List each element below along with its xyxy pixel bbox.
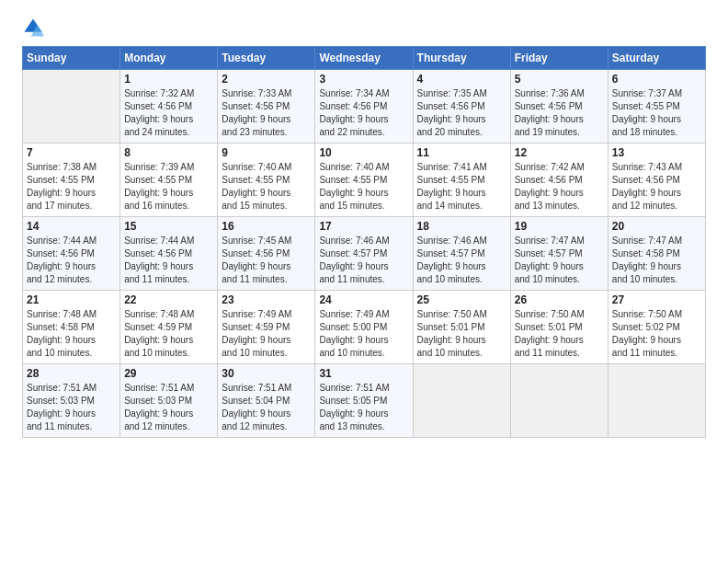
- week-row: 7Sunrise: 7:38 AM Sunset: 4:55 PM Daylig…: [23, 144, 706, 217]
- weekday-header: Friday: [510, 47, 608, 70]
- day-number: 17: [319, 220, 408, 233]
- logo-icon: [22, 17, 44, 39]
- day-info: Sunrise: 7:51 AM Sunset: 5:05 PM Dayligh…: [319, 382, 408, 433]
- weekday-header: Tuesday: [218, 47, 315, 70]
- calendar-cell: 19Sunrise: 7:47 AM Sunset: 4:57 PM Dayli…: [510, 217, 608, 291]
- calendar-cell: 16Sunrise: 7:45 AM Sunset: 4:56 PM Dayli…: [218, 217, 315, 291]
- calendar-cell: 10Sunrise: 7:40 AM Sunset: 4:55 PM Dayli…: [315, 144, 413, 217]
- calendar-cell: 9Sunrise: 7:40 AM Sunset: 4:55 PM Daylig…: [218, 144, 315, 217]
- day-number: 8: [124, 146, 213, 159]
- day-number: 7: [27, 146, 116, 159]
- day-info: Sunrise: 7:46 AM Sunset: 4:57 PM Dayligh…: [417, 235, 506, 286]
- calendar-cell: 29Sunrise: 7:51 AM Sunset: 5:03 PM Dayli…: [120, 364, 218, 438]
- calendar-cell: 8Sunrise: 7:39 AM Sunset: 4:55 PM Daylig…: [120, 144, 218, 217]
- calendar-cell: 14Sunrise: 7:44 AM Sunset: 4:56 PM Dayli…: [23, 217, 120, 291]
- day-info: Sunrise: 7:49 AM Sunset: 4:59 PM Dayligh…: [222, 308, 311, 360]
- day-info: Sunrise: 7:51 AM Sunset: 5:03 PM Dayligh…: [27, 382, 116, 433]
- calendar-cell: 5Sunrise: 7:36 AM Sunset: 4:56 PM Daylig…: [510, 70, 608, 144]
- weekday-header: Sunday: [23, 47, 120, 70]
- day-info: Sunrise: 7:40 AM Sunset: 4:55 PM Dayligh…: [222, 161, 311, 213]
- day-info: Sunrise: 7:45 AM Sunset: 4:56 PM Dayligh…: [222, 235, 311, 286]
- calendar-cell: 3Sunrise: 7:34 AM Sunset: 4:56 PM Daylig…: [315, 70, 413, 144]
- calendar-cell: 4Sunrise: 7:35 AM Sunset: 4:56 PM Daylig…: [413, 70, 510, 144]
- calendar-cell: 13Sunrise: 7:43 AM Sunset: 4:56 PM Dayli…: [608, 144, 705, 217]
- calendar-cell: 6Sunrise: 7:37 AM Sunset: 4:55 PM Daylig…: [608, 70, 705, 144]
- day-info: Sunrise: 7:44 AM Sunset: 4:56 PM Dayligh…: [124, 235, 213, 286]
- day-number: 23: [222, 293, 311, 306]
- day-info: Sunrise: 7:48 AM Sunset: 4:58 PM Dayligh…: [27, 308, 116, 360]
- calendar-cell: [413, 364, 510, 438]
- day-number: 15: [124, 220, 213, 233]
- calendar-cell: 31Sunrise: 7:51 AM Sunset: 5:05 PM Dayli…: [315, 364, 413, 438]
- day-number: 27: [612, 293, 701, 306]
- calendar-cell: 26Sunrise: 7:50 AM Sunset: 5:01 PM Dayli…: [510, 291, 608, 364]
- week-row: 28Sunrise: 7:51 AM Sunset: 5:03 PM Dayli…: [23, 364, 706, 438]
- day-info: Sunrise: 7:35 AM Sunset: 4:56 PM Dayligh…: [417, 87, 506, 139]
- calendar-cell: 7Sunrise: 7:38 AM Sunset: 4:55 PM Daylig…: [23, 144, 120, 217]
- calendar-cell: [510, 364, 608, 438]
- page: SundayMondayTuesdayWednesdayThursdayFrid…: [0, 0, 728, 563]
- day-info: Sunrise: 7:40 AM Sunset: 4:55 PM Dayligh…: [319, 161, 408, 213]
- day-info: Sunrise: 7:37 AM Sunset: 4:55 PM Dayligh…: [612, 87, 701, 139]
- calendar-cell: [23, 70, 120, 144]
- header: [22, 17, 706, 39]
- day-number: 18: [417, 220, 506, 233]
- day-info: Sunrise: 7:48 AM Sunset: 4:59 PM Dayligh…: [124, 308, 213, 360]
- day-info: Sunrise: 7:47 AM Sunset: 4:57 PM Dayligh…: [515, 235, 604, 286]
- calendar-cell: 28Sunrise: 7:51 AM Sunset: 5:03 PM Dayli…: [23, 364, 120, 438]
- day-number: 19: [515, 220, 604, 233]
- calendar-cell: 18Sunrise: 7:46 AM Sunset: 4:57 PM Dayli…: [413, 217, 510, 291]
- day-info: Sunrise: 7:50 AM Sunset: 5:02 PM Dayligh…: [612, 308, 701, 360]
- day-number: 4: [417, 73, 506, 86]
- calendar-cell: 30Sunrise: 7:51 AM Sunset: 5:04 PM Dayli…: [218, 364, 315, 438]
- calendar-cell: 22Sunrise: 7:48 AM Sunset: 4:59 PM Dayli…: [120, 291, 218, 364]
- calendar-cell: [608, 364, 705, 438]
- day-number: 6: [612, 73, 701, 86]
- weekday-header: Monday: [120, 47, 218, 70]
- day-info: Sunrise: 7:46 AM Sunset: 4:57 PM Dayligh…: [319, 235, 408, 286]
- day-number: 12: [515, 146, 604, 159]
- calendar-cell: 15Sunrise: 7:44 AM Sunset: 4:56 PM Dayli…: [120, 217, 218, 291]
- day-info: Sunrise: 7:51 AM Sunset: 5:04 PM Dayligh…: [222, 382, 311, 433]
- day-number: 20: [612, 220, 701, 233]
- day-info: Sunrise: 7:33 AM Sunset: 4:56 PM Dayligh…: [222, 87, 311, 139]
- calendar-cell: 11Sunrise: 7:41 AM Sunset: 4:55 PM Dayli…: [413, 144, 510, 217]
- day-number: 24: [319, 293, 408, 306]
- calendar-cell: 2Sunrise: 7:33 AM Sunset: 4:56 PM Daylig…: [218, 70, 315, 144]
- weekday-header-row: SundayMondayTuesdayWednesdayThursdayFrid…: [23, 47, 706, 70]
- day-info: Sunrise: 7:50 AM Sunset: 5:01 PM Dayligh…: [515, 308, 604, 360]
- day-number: 21: [27, 293, 116, 306]
- day-number: 14: [27, 220, 116, 233]
- day-number: 11: [417, 146, 506, 159]
- day-number: 10: [319, 146, 408, 159]
- day-number: 29: [124, 367, 213, 380]
- calendar-cell: 24Sunrise: 7:49 AM Sunset: 5:00 PM Dayli…: [315, 291, 413, 364]
- day-number: 30: [222, 367, 311, 380]
- day-info: Sunrise: 7:50 AM Sunset: 5:01 PM Dayligh…: [417, 308, 506, 360]
- calendar-cell: 1Sunrise: 7:32 AM Sunset: 4:56 PM Daylig…: [120, 70, 218, 144]
- calendar-cell: 27Sunrise: 7:50 AM Sunset: 5:02 PM Dayli…: [608, 291, 705, 364]
- day-info: Sunrise: 7:39 AM Sunset: 4:55 PM Dayligh…: [124, 161, 213, 213]
- day-number: 2: [222, 73, 311, 86]
- day-info: Sunrise: 7:42 AM Sunset: 4:56 PM Dayligh…: [515, 161, 604, 213]
- week-row: 1Sunrise: 7:32 AM Sunset: 4:56 PM Daylig…: [23, 70, 706, 144]
- day-number: 5: [515, 73, 604, 86]
- calendar: SundayMondayTuesdayWednesdayThursdayFrid…: [22, 46, 706, 438]
- calendar-cell: 25Sunrise: 7:50 AM Sunset: 5:01 PM Dayli…: [413, 291, 510, 364]
- day-number: 16: [222, 220, 311, 233]
- day-info: Sunrise: 7:38 AM Sunset: 4:55 PM Dayligh…: [27, 161, 116, 213]
- day-info: Sunrise: 7:43 AM Sunset: 4:56 PM Dayligh…: [612, 161, 701, 213]
- day-number: 9: [222, 146, 311, 159]
- calendar-cell: 12Sunrise: 7:42 AM Sunset: 4:56 PM Dayli…: [510, 144, 608, 217]
- day-info: Sunrise: 7:36 AM Sunset: 4:56 PM Dayligh…: [515, 87, 604, 139]
- day-number: 13: [612, 146, 701, 159]
- day-info: Sunrise: 7:41 AM Sunset: 4:55 PM Dayligh…: [417, 161, 506, 213]
- day-number: 28: [27, 367, 116, 380]
- weekday-header: Wednesday: [315, 47, 413, 70]
- day-number: 1: [124, 73, 213, 86]
- day-number: 31: [319, 367, 408, 380]
- day-number: 26: [515, 293, 604, 306]
- logo: [22, 17, 48, 39]
- weekday-header: Thursday: [413, 47, 510, 70]
- day-number: 25: [417, 293, 506, 306]
